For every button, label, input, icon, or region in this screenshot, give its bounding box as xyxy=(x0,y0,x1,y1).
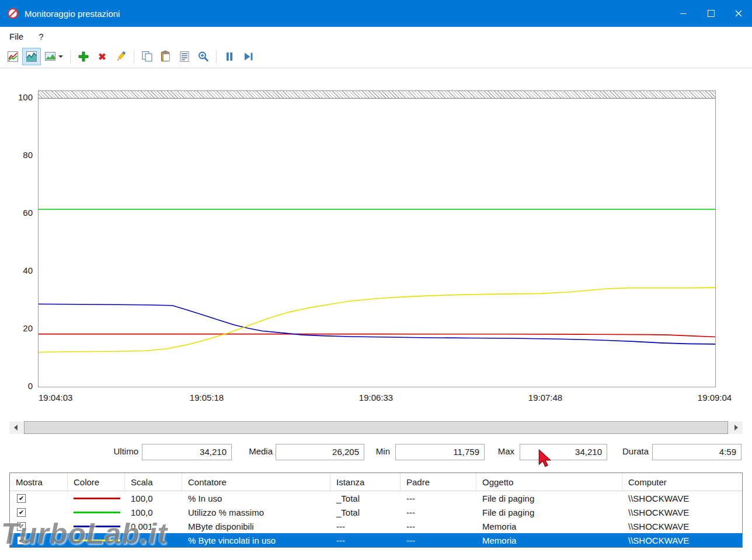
series-line xyxy=(39,288,715,352)
cell-istanza: --- xyxy=(330,536,401,545)
toolbar xyxy=(0,46,752,68)
table-row[interactable]: ✔ 100,0 % In uso _Total --- File di pagi… xyxy=(10,491,742,505)
maximize-icon xyxy=(708,10,715,17)
counter-table-header: Mostra Colore Scala Contatore Istanza Pa… xyxy=(10,473,742,491)
cell-scala: 100,0 xyxy=(125,494,182,503)
y-axis-tick: 40 xyxy=(5,265,33,276)
chart-top-hatch xyxy=(39,91,715,99)
freeze-display-button[interactable] xyxy=(220,48,239,65)
series-line xyxy=(39,334,715,337)
color-swatch xyxy=(74,498,120,499)
update-data-icon xyxy=(242,50,255,63)
header-scala[interactable]: Scala xyxy=(125,473,182,491)
highlight-button[interactable] xyxy=(112,48,130,65)
freeze-display-icon xyxy=(223,50,236,63)
graph-view-icon xyxy=(25,50,38,63)
minimize-button[interactable] xyxy=(670,0,697,27)
color-swatch xyxy=(74,512,120,513)
add-counter-icon xyxy=(77,50,90,63)
window-title: Monitoraggio prestazioni xyxy=(25,9,120,19)
maximize-button[interactable] xyxy=(697,0,725,27)
header-mostra[interactable]: Mostra xyxy=(10,473,68,491)
horizontal-scrollbar xyxy=(9,421,743,434)
chart-plot-area[interactable] xyxy=(38,90,716,387)
delete-counter-button[interactable] xyxy=(93,48,112,65)
highlight-icon xyxy=(114,50,127,63)
durata-label: Durata xyxy=(607,446,649,456)
graph-type-dropdown[interactable] xyxy=(41,48,67,65)
copy-properties-button[interactable] xyxy=(175,48,194,65)
scrollbar-track[interactable] xyxy=(22,421,730,434)
cell-istanza: _Total xyxy=(330,494,401,503)
menu-help[interactable]: ? xyxy=(31,27,51,46)
cell-padre: --- xyxy=(401,536,476,545)
paste-icon xyxy=(159,50,172,63)
copy-properties-icon xyxy=(178,50,191,63)
show-checkbox[interactable]: ✔ xyxy=(17,494,26,503)
mouse-cursor xyxy=(537,449,552,468)
add-counter-button[interactable] xyxy=(74,48,93,65)
cell-contatore: % Byte vincolati in uso xyxy=(182,536,330,545)
cell-computer: \\SHOCKWAVE xyxy=(622,522,742,531)
chevron-down-icon xyxy=(58,55,63,60)
scroll-right-button[interactable] xyxy=(730,421,743,434)
cell-contatore: Utilizzo % massimo xyxy=(182,508,330,517)
copy-button[interactable] xyxy=(138,48,156,65)
scroll-left-button[interactable] xyxy=(9,421,22,434)
y-axis-tick: 60 xyxy=(5,207,33,219)
delete-counter-icon xyxy=(96,50,109,63)
header-istanza[interactable]: Istanza xyxy=(330,473,401,491)
header-contatore[interactable]: Contatore xyxy=(182,473,330,491)
x-axis-tick: 19:06:33 xyxy=(359,393,393,402)
view-data-icon xyxy=(6,50,19,63)
menu-file[interactable]: File xyxy=(2,27,31,46)
cell-istanza: --- xyxy=(330,522,401,531)
window-controls xyxy=(670,0,752,27)
media-label: Media xyxy=(234,446,273,456)
cell-contatore: % In uso xyxy=(182,494,330,503)
cell-computer: \\SHOCKWAVE xyxy=(622,508,742,517)
close-icon xyxy=(735,10,742,17)
cell-computer: \\SHOCKWAVE xyxy=(622,536,742,545)
y-axis-tick: 80 xyxy=(5,149,33,161)
y-axis-tick: 20 xyxy=(5,323,33,334)
graph-view-button[interactable] xyxy=(22,48,41,65)
titlebar: Monitoraggio prestazioni xyxy=(0,0,752,27)
y-axis-tick: 100 xyxy=(5,92,33,103)
header-padre[interactable]: Padre xyxy=(401,473,476,491)
header-computer[interactable]: Computer xyxy=(622,473,742,491)
cell-padre: --- xyxy=(401,494,476,503)
paste-button[interactable] xyxy=(156,48,175,65)
max-label: Max xyxy=(485,446,514,456)
cell-oggetto: File di paging xyxy=(476,494,622,503)
watermark: TurboLab.it xyxy=(1,517,168,551)
performance-monitor-window: Monitoraggio prestazioni File ? xyxy=(0,0,752,560)
zoom-button[interactable] xyxy=(194,48,213,65)
toolbar-separator xyxy=(134,50,134,64)
graph-type-icon xyxy=(44,51,57,62)
ultimo-value: 34,210 xyxy=(142,444,232,460)
cell-oggetto: Memoria xyxy=(476,536,622,545)
app-icon xyxy=(7,8,19,19)
series-line xyxy=(39,304,715,344)
x-axis-tick: 19:09:04 xyxy=(698,393,732,402)
header-colore[interactable]: Colore xyxy=(68,473,125,491)
media-value: 26,205 xyxy=(276,444,364,460)
show-checkbox[interactable]: ✔ xyxy=(17,508,26,517)
chart-svg xyxy=(39,99,715,387)
durata-value: 4:59 xyxy=(652,444,741,460)
min-label: Min xyxy=(362,446,390,456)
cell-computer: \\SHOCKWAVE xyxy=(622,494,742,503)
min-value: 11,759 xyxy=(395,444,485,460)
y-axis-tick: 0 xyxy=(5,380,33,392)
minimize-icon xyxy=(680,13,687,14)
cell-scala: 100,0 xyxy=(125,508,182,517)
header-oggetto[interactable]: Oggetto xyxy=(476,473,622,491)
x-axis-tick: 19:04:03 xyxy=(39,393,72,402)
close-button[interactable] xyxy=(725,0,752,27)
copy-icon xyxy=(141,50,154,63)
scrollbar-thumb[interactable] xyxy=(24,421,728,434)
toolbar-separator xyxy=(70,50,71,64)
update-data-button[interactable] xyxy=(239,48,257,65)
view-data-button[interactable] xyxy=(4,48,22,65)
